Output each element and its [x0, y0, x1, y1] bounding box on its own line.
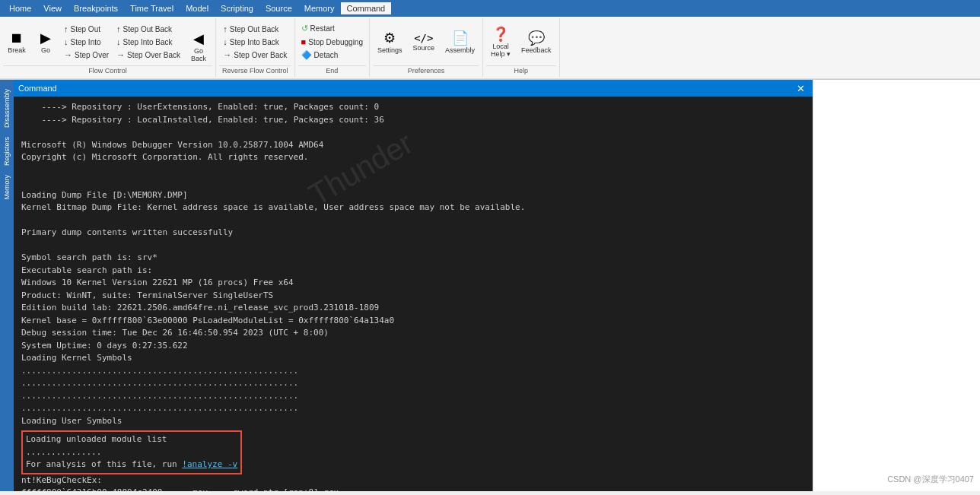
reverse-step-out-button[interactable]: ↑ Step Out Back [220, 23, 290, 35]
assembly-button[interactable]: 📄 Assembly [441, 28, 479, 56]
reverse-flow-label: Reverse Flow Control [219, 65, 291, 75]
tab-breakpoints[interactable]: Breakpoints [68, 2, 124, 14]
help-content: ❓ LocalHelp ▾ 💬 Feedback [486, 20, 556, 64]
end-group-content: ↺ Restart ■ Stop Debugging 🔷 Detach [298, 20, 366, 64]
output-text-end: nt!KeBugCheckEx: fffff800`64316b00 48894… [21, 474, 805, 492]
tab-model[interactable]: Model [180, 2, 215, 14]
go-back-icon: ◀ [193, 30, 204, 47]
flow-control-content: ⏹ Break ▶ Go ↑ Step Out ↓ Step Into [3, 20, 212, 64]
step-out-back-label: Step Out Back [123, 25, 172, 33]
tab-scripting[interactable]: Scripting [215, 2, 259, 14]
flow-control-label: Flow Control [3, 65, 212, 75]
assembly-icon: 📄 [452, 30, 469, 46]
stop-debugging-button[interactable]: ■ Stop Debugging [298, 36, 366, 48]
rev-step-out-label: Step Out Back [230, 25, 278, 33]
feedback-label: Feedback [521, 46, 552, 54]
window-title: Command [18, 84, 794, 93]
assembly-label: Assembly [445, 46, 475, 54]
highlight-box: Loading unloaded module list ...........… [21, 430, 242, 474]
break-label: Break [8, 46, 26, 54]
settings-label: Settings [377, 46, 402, 54]
break-button[interactable]: ⏹ Break [3, 29, 30, 56]
step-buttons-col: ↑ Step Out ↓ Step Into → Step Over [61, 23, 112, 61]
feedback-button[interactable]: 💬 Feedback [517, 28, 556, 56]
settings-button[interactable]: ⚙ Settings [373, 28, 407, 56]
ribbon: Home View Breakpoints Time Travel Model … [0, 0, 980, 80]
step-over-back-label: Step Over Back [127, 51, 180, 59]
go-back-button[interactable]: ◀ GoBack [185, 20, 212, 64]
sidebar-registers[interactable]: Registers [2, 134, 11, 169]
step-out-back-button[interactable]: ↑ Step Out Back [113, 23, 183, 35]
source-icon: </> [414, 32, 433, 44]
step-over-back-icon: → [116, 50, 125, 59]
stop-debugging-label: Stop Debugging [308, 38, 363, 46]
reverse-flow-group: ↑ Step Out Back ↓ Step Into Back → Step … [216, 18, 295, 77]
analyze-link[interactable]: !analyze -v [182, 459, 237, 469]
step-over-back-button[interactable]: → Step Over Back [113, 49, 183, 61]
main-area: Disassembly Registers Memory Command ✕ -… [0, 80, 980, 491]
local-help-button[interactable]: ❓ LocalHelp ▾ [486, 24, 515, 59]
rev-step-over-icon: → [223, 50, 231, 59]
reverse-flow-btns: ↑ Step Out Back ↓ Step Into Back → Step … [220, 23, 290, 61]
tab-time-travel[interactable]: Time Travel [124, 2, 180, 14]
end-btns: ↺ Restart ■ Stop Debugging 🔷 Detach [298, 22, 366, 62]
settings-icon: ⚙ [383, 30, 396, 46]
go-back-col: ◀ GoBack [185, 20, 212, 64]
restart-label: Restart [310, 24, 335, 33]
step-into-back-label: Step Into Back [123, 38, 173, 46]
rev-step-out-icon: ↑ [223, 24, 228, 33]
tab-memory[interactable]: Memory [298, 2, 341, 14]
detach-button[interactable]: 🔷 Detach [298, 49, 366, 62]
sidebar-memory[interactable]: Memory [2, 172, 11, 203]
help-label: Help [486, 65, 556, 75]
step-into-icon: ↓ [64, 37, 68, 46]
tab-view[interactable]: View [37, 2, 68, 14]
command-output[interactable]: ----> Repository : UserExtensions, Enabl… [14, 97, 813, 491]
window-titlebar: Command ✕ [14, 80, 813, 97]
output-text: ----> Repository : UserExtensions, Enabl… [21, 101, 805, 427]
right-panel: CSDN @深度学习0407 [813, 80, 980, 491]
flow-control-group: ⏹ Break ▶ Go ↑ Step Out ↓ Step Into [0, 18, 216, 77]
step-into-label: Step Into [71, 38, 101, 46]
step-out-button[interactable]: ↑ Step Out [61, 23, 112, 35]
feedback-icon: 💬 [528, 30, 545, 46]
step-over-icon: → [64, 50, 72, 59]
ribbon-tab-bar: Home View Breakpoints Time Travel Model … [0, 0, 980, 17]
break-icon: ⏹ [10, 30, 24, 46]
tab-command[interactable]: Command [341, 2, 392, 14]
step-back-buttons-col: ↑ Step Out Back ↓ Step Into Back → Step … [113, 23, 183, 61]
step-into-back-button[interactable]: ↓ Step Into Back [113, 36, 183, 48]
preferences-group: ⚙ Settings </> Source 📄 Assembly Prefere… [370, 18, 483, 77]
rev-step-into-label: Step Into Back [230, 38, 279, 46]
restart-button[interactable]: ↺ Restart [298, 22, 366, 35]
close-button[interactable]: ✕ [794, 83, 808, 94]
reverse-step-over-button[interactable]: → Step Over Back [220, 49, 290, 61]
left-sidebar: Disassembly Registers Memory [0, 80, 14, 491]
step-over-button[interactable]: → Step Over [61, 49, 112, 61]
end-group: ↺ Restart ■ Stop Debugging 🔷 Detach End [295, 18, 370, 77]
tab-home[interactable]: Home [3, 2, 37, 14]
step-out-icon: ↑ [64, 24, 68, 33]
detach-label: Detach [314, 51, 339, 59]
go-back-label: GoBack [191, 47, 206, 62]
local-help-label: LocalHelp ▾ [491, 43, 511, 58]
csdn-label: CSDN @深度学习0407 [887, 474, 974, 485]
end-label: End [298, 65, 366, 75]
detach-icon: 🔷 [301, 50, 312, 60]
step-out-back-icon: ↑ [116, 24, 121, 33]
sidebar-disassembly[interactable]: Disassembly [2, 86, 11, 131]
go-label: Go [41, 46, 50, 54]
rev-step-into-icon: ↓ [223, 37, 228, 46]
preferences-label: Preferences [373, 65, 479, 75]
source-button[interactable]: </> Source [409, 30, 440, 53]
go-icon: ▶ [40, 30, 51, 46]
step-into-button[interactable]: ↓ Step Into [61, 36, 112, 48]
reverse-step-into-button[interactable]: ↓ Step Into Back [220, 36, 290, 48]
tab-source[interactable]: Source [259, 2, 298, 14]
preferences-content: ⚙ Settings </> Source 📄 Assembly [373, 20, 479, 64]
help-group: ❓ LocalHelp ▾ 💬 Feedback Help [483, 18, 560, 77]
step-into-back-icon: ↓ [116, 37, 121, 46]
restart-icon: ↺ [301, 24, 308, 33]
reverse-flow-content: ↑ Step Out Back ↓ Step Into Back → Step … [220, 20, 290, 64]
go-button[interactable]: ▶ Go [32, 28, 59, 56]
